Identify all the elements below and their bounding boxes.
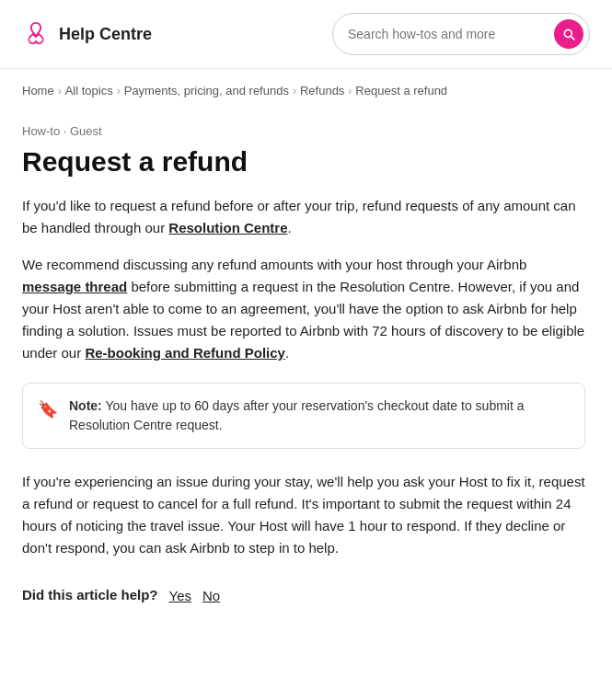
p1-text-suffix: . [287, 220, 291, 235]
p1-text-prefix: If you'd like to request a refund before… [22, 198, 576, 235]
note-body: You have up to 60 days after your reserv… [69, 398, 525, 432]
search-icon [561, 27, 576, 41]
note-icon: 🔖 [38, 397, 58, 422]
note-text: Note: You have up to 60 days after your … [69, 396, 570, 435]
breadcrumb-sep-4: › [348, 83, 352, 99]
page-title: Request a refund [22, 145, 585, 178]
airbnb-logo-icon [22, 20, 50, 48]
feedback-no-button[interactable]: No [202, 588, 220, 603]
resolution-centre-link-1[interactable]: Resolution Centre [168, 220, 287, 235]
search-input[interactable] [348, 27, 554, 41]
note-box: 🔖 Note: You have up to 60 days after you… [22, 383, 585, 449]
main-content: How-to · Guest Request a refund If you'd… [0, 108, 607, 636]
search-bar[interactable] [332, 13, 590, 55]
header: Help Centre [0, 0, 612, 69]
paragraph-2: We recommend discussing any refund amoun… [22, 254, 585, 364]
site-title: Help Centre [59, 22, 152, 47]
logo-area: Help Centre [22, 20, 152, 48]
message-thread-link[interactable]: message thread [22, 279, 127, 294]
breadcrumb-refunds[interactable]: Refunds [300, 82, 344, 100]
paragraph-3: If you're experiencing an issue during y… [22, 471, 585, 559]
search-button[interactable] [554, 19, 583, 49]
breadcrumb-home[interactable]: Home [22, 82, 54, 100]
breadcrumb-sep-3: › [293, 83, 296, 99]
breadcrumb-sep-2: › [117, 83, 121, 99]
feedback-question: Did this article help? [22, 585, 158, 606]
note-label: Note: [69, 398, 102, 413]
breadcrumb-sep-1: › [58, 83, 62, 99]
paragraph-1: If you'd like to request a refund before… [22, 195, 585, 239]
rebooking-policy-link[interactable]: Re-booking and Refund Policy [85, 345, 285, 361]
breadcrumb-current: Request a refund [355, 82, 447, 100]
breadcrumb: Home › All topics › Payments, pricing, a… [0, 69, 612, 108]
breadcrumb-all-topics[interactable]: All topics [65, 82, 113, 100]
feedback-yes-button[interactable]: Yes [169, 588, 191, 603]
p2-text-prefix: We recommend discussing any refund amoun… [22, 257, 526, 272]
feedback-row: Did this article help? Yes No [22, 585, 585, 606]
p2-text-suffix2: . [285, 345, 289, 361]
breadcrumb-payments[interactable]: Payments, pricing, and refunds [124, 82, 289, 100]
article-category: How-to · Guest [22, 122, 585, 141]
